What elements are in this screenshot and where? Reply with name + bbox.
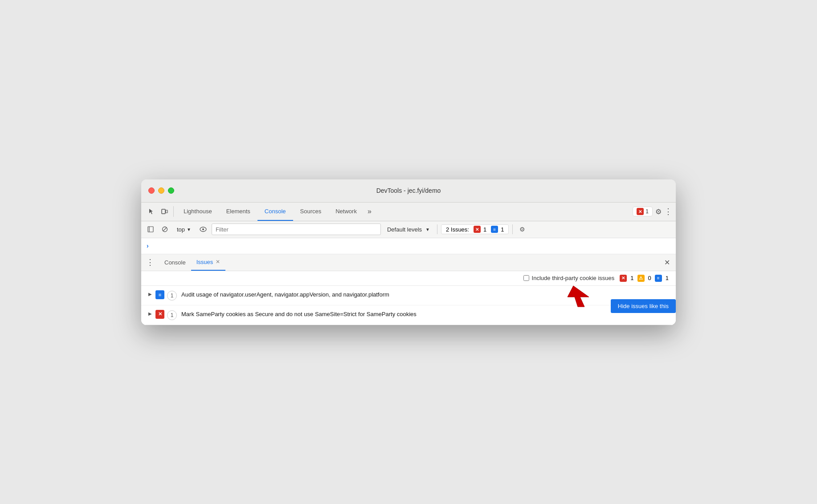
log-levels-button[interactable]: Default levels ▼ <box>384 225 433 234</box>
toolbar-right: ✕ 1 ⚙ ⋮ <box>633 207 672 216</box>
issues-info-badge: ≡ <box>491 226 498 233</box>
live-expressions-button[interactable] <box>197 224 209 235</box>
tab-issues[interactable]: Issues ✕ <box>191 254 226 271</box>
sidebar-icon <box>147 226 154 232</box>
svg-line-5 <box>163 228 167 231</box>
third-party-checkbox[interactable] <box>523 275 529 281</box>
issue-count-2: 1 <box>167 310 177 320</box>
expand-icon-2[interactable]: ▶ <box>148 311 152 316</box>
toolbar-separator-3 <box>512 224 513 234</box>
eye-icon <box>200 227 207 232</box>
device-icon <box>161 208 168 215</box>
svg-rect-1 <box>166 210 167 213</box>
block-icon <box>162 226 168 232</box>
tab-lighthouse[interactable]: Lighthouse <box>176 202 219 221</box>
prompt-arrow-icon: › <box>147 242 149 249</box>
maximize-button[interactable] <box>168 187 174 194</box>
console-settings-button[interactable]: ⚙ <box>516 224 528 235</box>
issues-list: ▶ ≡ 1 Audit usage of navigator.userAgent… <box>141 286 676 325</box>
issue-type-icon-1: ≡ <box>155 290 164 299</box>
svg-point-7 <box>202 228 204 230</box>
cursor-arrow-icon <box>567 284 593 308</box>
more-options-button[interactable]: ⋮ <box>664 207 672 216</box>
issue-text-1: Audit usage of navigator.userAgent, navi… <box>181 290 669 299</box>
minimize-button[interactable] <box>158 187 164 194</box>
tab-network[interactable]: Network <box>328 202 364 221</box>
devtools-window: DevTools - jec.fyi/demo Lighthouse Eleme… <box>141 179 676 325</box>
traffic-lights <box>148 187 174 194</box>
expand-icon-1[interactable]: ▶ <box>148 292 152 297</box>
devtools-toolbar: Lighthouse Elements Console Sources Netw… <box>141 203 676 221</box>
svg-rect-2 <box>148 227 153 232</box>
tab-sources[interactable]: Sources <box>293 202 329 221</box>
tab-console-bottom[interactable]: Console <box>159 254 191 271</box>
issue-type-icon-2: ✕ <box>155 310 164 319</box>
context-selector[interactable]: top ▼ <box>173 225 195 234</box>
table-row[interactable]: ▶ ✕ 1 Mark SameParty cookies as Secure a… <box>141 305 676 325</box>
device-toggle-button[interactable] <box>158 205 171 218</box>
header-error-badge: ✕ <box>620 275 627 282</box>
window-title: DevTools - jec.fyi/demo <box>376 187 441 194</box>
title-bar: DevTools - jec.fyi/demo <box>141 179 676 203</box>
tab-console[interactable]: Console <box>257 202 293 221</box>
issues-panel: Include third-party cookie issues ✕ 1 ⚠ … <box>141 271 676 325</box>
error-count-badge[interactable]: ✕ 1 <box>633 207 653 216</box>
bottom-tabs-bar: ⋮ Console Issues ✕ ✕ <box>141 254 676 271</box>
bottom-panel: ⋮ Console Issues ✕ ✕ Include third-party… <box>141 254 676 325</box>
issue-text-2: Mark SameParty cookies as Secure and do … <box>181 310 669 319</box>
console-toolbar: top ▼ Default levels ▼ 2 Issues: ✕ 1 ≡ 1… <box>141 221 676 238</box>
hide-issues-tooltip[interactable]: Hide issues like this <box>611 299 676 313</box>
svg-marker-8 <box>568 286 589 307</box>
close-issues-tab[interactable]: ✕ <box>216 259 220 265</box>
issues-count-button[interactable]: 2 Issues: ✕ 1 ≡ 1 <box>441 224 509 234</box>
close-panel-icon: ✕ <box>664 258 670 267</box>
tab-nav: Lighthouse Elements Console Sources Netw… <box>176 202 632 221</box>
header-warning-badge: ⚠ <box>637 275 645 282</box>
toolbar-separator-2 <box>437 224 437 234</box>
issues-header: Include third-party cookie issues ✕ 1 ⚠ … <box>141 271 676 286</box>
cursor-icon <box>147 208 155 215</box>
third-party-checkbox-label[interactable]: Include third-party cookie issues <box>523 275 615 281</box>
panel-dots-button[interactable]: ⋮ <box>145 257 155 268</box>
sidebar-toggle-button[interactable] <box>145 224 156 235</box>
error-icon: ✕ <box>637 208 644 215</box>
svg-rect-0 <box>162 209 165 214</box>
close-button[interactable] <box>148 187 155 194</box>
inspect-button[interactable] <box>145 205 157 218</box>
clear-console-button[interactable] <box>159 224 171 235</box>
settings-icon: ⚙ <box>519 226 525 233</box>
header-info-badge: ≡ <box>655 275 662 282</box>
tab-elements[interactable]: Elements <box>219 202 257 221</box>
dropdown-arrow-icon: ▼ <box>187 227 191 232</box>
more-tabs-button[interactable]: » <box>364 202 375 221</box>
settings-button[interactable]: ⚙ <box>655 207 662 216</box>
issues-summary-badges: ✕ 1 ⚠ 0 ≡ 1 <box>620 275 669 282</box>
filter-input[interactable] <box>212 224 381 235</box>
levels-dropdown-icon: ▼ <box>425 227 430 232</box>
table-row[interactable]: ▶ ≡ 1 Audit usage of navigator.userAgent… <box>141 286 676 305</box>
prompt-line: › <box>141 238 676 254</box>
issues-error-badge: ✕ <box>474 226 481 233</box>
close-panel-button[interactable]: ✕ <box>662 257 672 268</box>
toolbar-separator-1 <box>173 206 174 217</box>
issue-count-1: 1 <box>167 291 177 301</box>
